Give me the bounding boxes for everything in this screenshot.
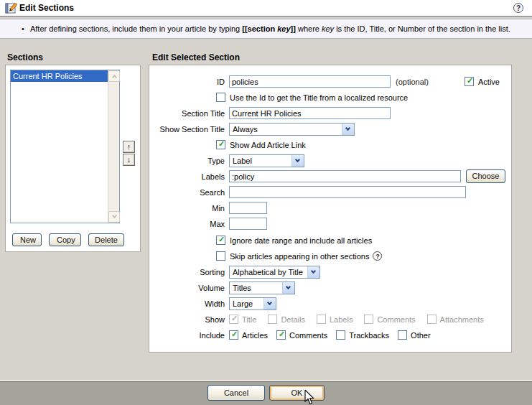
bullet-icon: •	[22, 24, 24, 33]
comments-checkbox: ✓	[364, 315, 373, 324]
max-row: Max	[153, 218, 505, 230]
labels-checkbox: ✓	[317, 315, 326, 324]
sections-panel: Current HR Policies ↑ ↓ New Copy Delete	[5, 65, 141, 252]
edit-section-form: ID (optional) ✓ Active ✓ Use the Id to g…	[149, 65, 512, 353]
min-row: Min	[153, 202, 505, 214]
show-add-article-row: ✓ Show Add Article Link	[153, 139, 505, 151]
localized-label: Use the Id to get the Title from a local…	[230, 93, 408, 102]
type-label: Type	[153, 157, 225, 165]
max-label: Max	[153, 220, 225, 228]
include-option-comments: ✓ Comments	[276, 330, 327, 340]
show-label: Show	[153, 315, 225, 324]
articles-checkbox[interactable]: ✓	[229, 330, 238, 340]
sections-listbox[interactable]: Current HR Policies	[10, 70, 120, 223]
include-label: Include	[153, 331, 225, 340]
include-option-trackbacks: ✓ Trackbacks	[336, 330, 389, 340]
show-section-title-label: Show Section Title	[153, 125, 225, 134]
ignore-date-range-row: ✓ Ignore date range and include all arti…	[153, 234, 505, 246]
scroll-up-icon[interactable]	[108, 70, 120, 82]
sorting-row: Sorting Alphabetical by Title	[153, 266, 505, 278]
id-input[interactable]	[229, 75, 391, 88]
trackbacks-checkbox[interactable]: ✓	[336, 330, 345, 340]
chevron-down-icon	[342, 124, 354, 135]
info-note-text: After defining sections, include them in…	[30, 24, 510, 33]
show-option-title: ✓ Title	[229, 315, 256, 324]
up-arrow-icon: ↑	[127, 142, 131, 151]
other-checkbox[interactable]: ✓	[398, 330, 407, 340]
min-input[interactable]	[229, 202, 267, 214]
scroll-down-icon[interactable]	[108, 211, 120, 223]
show-option-comments: ✓ Comments	[364, 315, 415, 324]
labels-row: Labels Choose	[153, 170, 505, 182]
active-checkbox[interactable]: ✓	[465, 77, 474, 86]
question-icon[interactable]: ?	[373, 251, 382, 261]
section-title-input[interactable]	[229, 107, 391, 119]
ignore-date-range-label: Ignore date range and include all articl…	[230, 236, 372, 245]
search-input[interactable]	[229, 186, 466, 198]
info-note-bar: • After defining sections, include them …	[0, 19, 532, 39]
include-comments-checkbox[interactable]: ✓	[276, 330, 286, 340]
min-label: Min	[153, 204, 225, 213]
show-option-labels: ✓ Labels	[317, 315, 353, 324]
list-item[interactable]: Current HR Policies	[11, 70, 108, 82]
show-option-details: ✓ Details	[268, 315, 305, 324]
chevron-down-icon	[291, 155, 304, 167]
search-row: Search	[153, 186, 505, 198]
chevron-down-icon	[307, 266, 319, 278]
search-label: Search	[153, 188, 225, 197]
sections-heading: Sections	[7, 52, 43, 62]
include-option-other: ✓ Other	[398, 330, 431, 340]
show-add-article-label: Show Add Article Link	[230, 141, 306, 149]
section-title-label: Section Title	[153, 109, 225, 118]
volume-select[interactable]: Titles	[229, 281, 295, 294]
sorting-select[interactable]: Alphabetical by Title	[229, 266, 320, 279]
width-select[interactable]: Large	[229, 297, 276, 310]
title-checkbox: ✓	[229, 315, 238, 324]
choose-button[interactable]: Choose	[466, 169, 505, 183]
include-option-articles: ✓ Articles	[229, 330, 268, 340]
down-arrow-icon: ↓	[127, 155, 131, 164]
details-checkbox: ✓	[268, 315, 277, 324]
copy-button[interactable]: Copy	[49, 233, 81, 246]
edit-sections-dialog: Edit Sections ? • After defining section…	[0, 0, 532, 405]
skip-articles-checkbox[interactable]: ✓	[216, 251, 225, 261]
footer-bar: Cancel OK	[0, 381, 532, 405]
id-label: ID	[153, 78, 225, 86]
show-add-article-checkbox[interactable]: ✓	[216, 140, 225, 149]
ignore-date-range-checkbox[interactable]: ✓	[216, 236, 225, 245]
width-row: Width Large	[153, 297, 505, 309]
chevron-down-icon	[263, 298, 276, 309]
edit-form-icon	[5, 2, 17, 14]
section-title-row: Section Title	[153, 107, 505, 119]
labels-input[interactable]	[229, 170, 461, 182]
check-icon: ✓	[465, 77, 475, 85]
edit-selected-section-heading: Edit Selected Section	[152, 52, 240, 62]
attachments-checkbox: ✓	[427, 315, 437, 324]
max-input[interactable]	[229, 218, 267, 230]
width-label: Width	[153, 299, 225, 308]
dialog-title: Edit Sections	[19, 3, 74, 13]
help-icon[interactable]: ?	[513, 3, 523, 13]
volume-row: Volume Titles	[153, 281, 505, 294]
new-button[interactable]: New	[12, 233, 42, 246]
show-options-row: Show ✓ Title ✓ Details ✓ Labels ✓ Commen…	[153, 313, 505, 325]
move-up-button[interactable]: ↑	[123, 141, 135, 153]
ok-button[interactable]: OK	[269, 385, 325, 401]
show-section-title-select[interactable]: Always	[229, 123, 355, 136]
skip-articles-row: ✓ Skip articles appearing in other secti…	[153, 250, 505, 262]
skip-articles-label: Skip articles appearing in other section…	[230, 252, 369, 261]
localized-checkbox[interactable]: ✓	[216, 93, 225, 102]
include-options-row: Include ✓ Articles ✓ Comments ✓ Trackbac…	[153, 329, 505, 341]
id-row: ID (optional) ✓ Active	[153, 75, 505, 88]
move-down-button[interactable]: ↓	[123, 154, 135, 166]
delete-button[interactable]: Delete	[88, 233, 124, 246]
listbox-scrollbar[interactable]	[108, 70, 119, 223]
optional-hint: (optional)	[396, 78, 429, 86]
type-select[interactable]: Label	[229, 154, 304, 167]
chevron-down-icon	[282, 282, 294, 294]
dialog-titlebar: Edit Sections ?	[0, 0, 532, 17]
cancel-button[interactable]: Cancel	[207, 385, 265, 401]
labels-label: Labels	[153, 172, 225, 181]
type-row: Type Label	[153, 154, 505, 167]
active-label: Active	[478, 78, 500, 86]
